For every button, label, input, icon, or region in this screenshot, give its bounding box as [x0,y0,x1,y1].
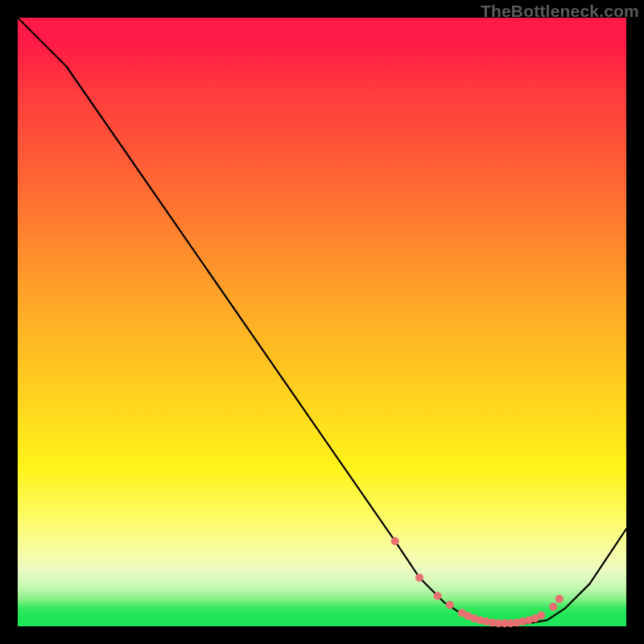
watermark-text: TheBottleneck.com [481,2,639,21]
plot-area [18,18,626,626]
chart-svg [18,18,626,626]
curve-marker [434,592,442,600]
curve-marker [549,603,557,611]
bottleneck-curve [18,18,626,623]
chart-stage: TheBottleneck.com [0,0,644,644]
curve-marker [555,595,564,603]
curve-marker [391,537,399,545]
curve-marker [446,601,454,609]
curve-marker [415,574,423,582]
curve-markers [391,537,564,627]
curve-marker [537,611,545,619]
